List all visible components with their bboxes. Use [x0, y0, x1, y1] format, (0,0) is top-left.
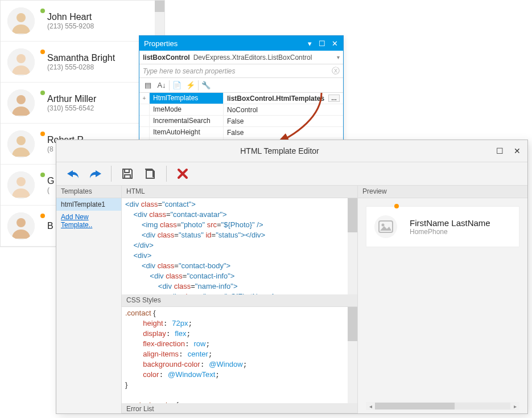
html-panel-header: HTML: [122, 186, 357, 198]
html-template-editor-window: HTML Template Editor ☐ ✕ Templates htmlT…: [56, 140, 528, 414]
properties-titlebar[interactable]: Properties ▾ ☐ ✕: [139, 36, 343, 51]
redo-button[interactable]: [85, 164, 105, 183]
properties-search-placeholder: Type here to search properties: [143, 67, 236, 75]
preview-status-dot: [394, 204, 399, 208]
property-name: IncrementalSearch: [150, 116, 224, 126]
svg-point-9: [17, 177, 26, 186]
property-row[interactable]: + HtmlTemplates listBoxControl.HtmlTempl…: [139, 93, 343, 104]
property-value[interactable]: listBoxControl.HtmlTemplates…: [224, 93, 343, 104]
vertical-scrollbar[interactable]: [348, 198, 357, 294]
property-name: ItemAutoHeight: [150, 127, 224, 138]
contact-name: Samantha Bright: [47, 53, 115, 63]
status-dot: [40, 173, 45, 177]
contact-phone: (310) 555-6542: [47, 104, 96, 112]
svg-point-1: [17, 13, 26, 22]
property-value[interactable]: NoControl: [224, 104, 343, 115]
property-value[interactable]: False: [224, 127, 343, 138]
status-dot: [40, 132, 45, 136]
separator: [166, 166, 167, 182]
properties-search-input[interactable]: Type here to search properties ⓧ: [139, 64, 343, 78]
preview-name: FirstName LastName: [410, 218, 490, 228]
scroll-left-icon[interactable]: ◂: [366, 403, 375, 409]
separator: [169, 80, 170, 91]
property-row[interactable]: ItemAutoHeight False: [139, 127, 343, 138]
editor-title: HTML Template Editor: [63, 146, 496, 155]
preview-area: FirstName LastName HomePhone ◂ ▸: [358, 198, 527, 413]
contact-phone: (213) 555-0288: [47, 63, 115, 71]
properties-title: Properties: [144, 39, 306, 48]
contact-avatar: [7, 7, 35, 35]
window-maximize-icon[interactable]: ☐: [318, 39, 326, 47]
window-dropdown-icon[interactable]: ▾: [306, 39, 314, 47]
events-icon[interactable]: ⚡: [184, 79, 197, 92]
template-item[interactable]: htmlTemplate1: [56, 198, 121, 211]
svg-rect-12: [125, 169, 129, 173]
wrench-icon[interactable]: 🔧: [200, 79, 212, 92]
svg-point-3: [17, 54, 26, 63]
contact-name: G: [47, 176, 54, 186]
templates-panel-header: Templates: [56, 186, 121, 198]
property-row[interactable]: ImeMode NoControl: [139, 104, 343, 116]
clear-icon[interactable]: ⓧ: [332, 66, 340, 76]
status-dot: [40, 91, 45, 95]
contact-avatar: [7, 89, 35, 117]
editor-titlebar[interactable]: HTML Template Editor ☐ ✕: [56, 140, 527, 162]
preview-panel-header: Preview: [358, 186, 527, 198]
contact-phone: (213) 555-9208: [47, 22, 94, 30]
alphabetical-icon[interactable]: A↓: [155, 79, 168, 92]
svg-point-15: [382, 224, 385, 227]
vertical-scrollbar[interactable]: [348, 307, 357, 403]
window-maximize-icon[interactable]: ☐: [496, 146, 504, 155]
status-dot: [40, 50, 45, 54]
property-value[interactable]: False: [224, 116, 343, 126]
separator: [111, 166, 112, 182]
svg-point-7: [17, 136, 26, 145]
scroll-right-icon[interactable]: ▸: [510, 403, 519, 409]
save-button[interactable]: [117, 164, 138, 183]
status-dot: [40, 9, 45, 13]
html-code-editor[interactable]: <div class="contact"> <div class="contac…: [122, 198, 357, 294]
add-template-link[interactable]: Add New Template..: [56, 211, 121, 231]
editor-toolbar: [56, 162, 527, 186]
separator: [198, 80, 199, 91]
property-pages-icon[interactable]: 📄: [171, 79, 183, 92]
categorized-icon[interactable]: ▤: [142, 79, 154, 92]
contact-avatar: [7, 212, 35, 240]
svg-point-5: [17, 95, 26, 104]
contact-avatar: [7, 130, 35, 158]
preview-phone: HomePhone: [410, 228, 490, 236]
contact-avatar: [7, 171, 35, 199]
window-close-icon[interactable]: ✕: [514, 146, 521, 155]
property-name: HtmlTemplates: [150, 93, 224, 104]
css-panel-header: CSS Styles: [122, 294, 357, 307]
expand-icon[interactable]: [139, 116, 150, 126]
properties-object-type: DevExpress.XtraEditors.ListBoxControl: [193, 54, 312, 62]
preview-avatar-placeholder: [374, 215, 397, 238]
status-dot: [40, 214, 45, 218]
error-list-panel-header[interactable]: Error List: [122, 403, 357, 413]
properties-window: Properties ▾ ☐ ✕ listBoxControl DevExpre…: [139, 35, 344, 150]
contact-name: B: [47, 221, 53, 231]
property-name: ImeMode: [150, 104, 224, 115]
property-row[interactable]: IncrementalSearch False: [139, 116, 343, 127]
save-all-button[interactable]: [140, 164, 160, 183]
chevron-down-icon: ▾: [337, 54, 340, 60]
contact-avatar: [7, 48, 35, 76]
properties-object-selector[interactable]: listBoxControl DevExpress.XtraEditors.Li…: [139, 51, 343, 64]
ellipsis-button[interactable]: …: [328, 95, 340, 102]
expand-icon[interactable]: [139, 104, 150, 115]
horizontal-scrollbar[interactable]: ◂ ▸: [366, 402, 519, 410]
css-code-editor[interactable]: .contact { height: 72px; display: flex; …: [122, 307, 357, 403]
templates-panel: Templates htmlTemplate1 Add New Template…: [56, 186, 122, 413]
delete-button[interactable]: [172, 164, 193, 183]
expand-icon[interactable]: +: [139, 93, 150, 104]
contact-phone: (: [47, 186, 54, 194]
svg-rect-13: [125, 175, 130, 178]
undo-button[interactable]: [62, 164, 83, 183]
properties-object-name: listBoxControl: [143, 54, 190, 62]
preview-contact-card: FirstName LastName HomePhone: [366, 206, 519, 247]
properties-toolbar: ▤ A↓ 📄 ⚡ 🔧: [139, 78, 343, 93]
window-close-icon[interactable]: ✕: [331, 39, 339, 47]
expand-icon[interactable]: [139, 127, 150, 138]
contact-name: John Heart: [47, 12, 94, 22]
